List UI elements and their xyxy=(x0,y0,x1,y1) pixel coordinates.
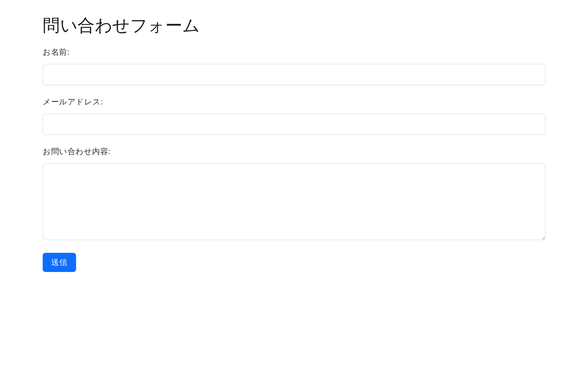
email-input[interactable] xyxy=(43,114,545,135)
message-label: お問い合わせ内容: xyxy=(43,146,545,157)
name-input[interactable] xyxy=(43,64,545,85)
name-label: お名前: xyxy=(43,47,545,58)
form-title: 問い合わせフォーム xyxy=(43,14,545,37)
email-field-group: メールアドレス: xyxy=(43,97,545,135)
name-field-group: お名前: xyxy=(43,47,545,85)
message-textarea[interactable] xyxy=(43,163,545,240)
contact-form: お名前: メールアドレス: お問い合わせ内容: 送信 xyxy=(43,47,545,272)
email-label: メールアドレス: xyxy=(43,97,545,107)
message-field-group: お問い合わせ内容: xyxy=(43,146,545,241)
submit-button[interactable]: 送信 xyxy=(43,253,76,272)
